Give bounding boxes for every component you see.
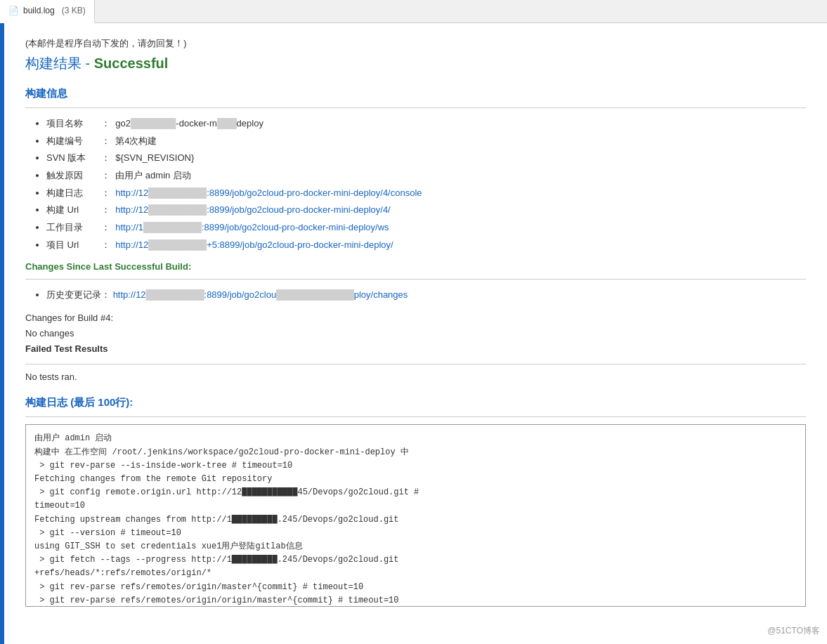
no-tests-text: No tests ran. bbox=[25, 372, 806, 382]
tab-build-log[interactable]: 📄 build.log (3 KB) bbox=[0, 0, 95, 23]
build-result-heading: 构建结果 - Successful bbox=[25, 54, 806, 73]
tab-size: (3 KB) bbox=[62, 6, 86, 15]
label-log-url: 构建日志 bbox=[46, 185, 96, 202]
value-trigger: 由用户 admin 启动 bbox=[115, 170, 191, 180]
value-svn: ${SVN_REVISION} bbox=[115, 152, 194, 163]
link-project-url[interactable]: http://12█████████+5:8899/job/go2cloud-p… bbox=[115, 239, 393, 250]
log-line: 由用户 admin 启动 bbox=[34, 432, 797, 445]
divider-1 bbox=[25, 107, 806, 108]
info-item-build-num: 构建编号 ： 第4次构建 bbox=[46, 133, 806, 150]
no-changes: No changes bbox=[25, 326, 806, 341]
failed-test-results: Failed Test Results bbox=[25, 341, 806, 357]
build-info-list: 项目名称 ： go2███████-docker-m███deploy 构建编号… bbox=[25, 115, 806, 254]
build-info-section: 构建信息 项目名称 ： go2███████-docker-m███deploy… bbox=[25, 87, 806, 254]
changes-history-item: 历史变更记录： http://12█████████:8899/job/go2c… bbox=[46, 287, 806, 304]
label-build-num: 构建编号 bbox=[46, 133, 96, 150]
main-content: (本邮件是程序自动下发的，请勿回复！) 构建结果 - Successful 构建… bbox=[4, 23, 827, 644]
label-build-url: 构建 Url bbox=[46, 202, 96, 219]
info-item-workspace: 工作目录 ： http://1█████████:8899/job/go2clo… bbox=[46, 219, 806, 237]
value-build-num: 第4次构建 bbox=[115, 136, 157, 146]
info-item-project-url: 项目 Url ： http://12█████████+5:8899/job/g… bbox=[46, 237, 806, 254]
info-item-build-url: 构建 Url ： http://12█████████:8899/job/go2… bbox=[46, 202, 806, 219]
log-line: > git rev-parse --is-inside-work-tree # … bbox=[34, 459, 797, 473]
log-terminal[interactable]: 由用户 admin 启动构建中 在工作空间 /root/.jenkins/wor… bbox=[25, 424, 806, 607]
label-workspace: 工作目录 bbox=[46, 219, 96, 237]
changes-for-build: Changes for Build #4: bbox=[25, 310, 806, 326]
log-line: +refs/heads/*:refs/remotes/origin/* bbox=[34, 567, 797, 580]
label-project-url: 项目 Url bbox=[46, 237, 96, 254]
log-line: > git config remote.origin.url http://12… bbox=[34, 486, 797, 499]
build-info-title: 构建信息 bbox=[25, 87, 806, 100]
log-line: > git rev-parse refs/remotes/origin/orig… bbox=[34, 594, 797, 607]
build-result-status: Successful bbox=[94, 55, 169, 71]
divider-3 bbox=[25, 364, 806, 364]
build-log-section: 构建日志 (最后 100行): 由用户 admin 启动构建中 在工作空间 /r… bbox=[25, 396, 806, 607]
info-item-project: 项目名称 ： go2███████-docker-m███deploy bbox=[46, 115, 806, 133]
log-line: using GIT_SSH to set credentials xue1用户登… bbox=[34, 540, 797, 553]
log-line: > git rev-parse refs/remotes/origin/mast… bbox=[34, 581, 797, 594]
notice-text: (本邮件是程序自动下发的，请勿回复！) bbox=[25, 37, 806, 50]
build-result-prefix: 构建结果 - bbox=[25, 55, 94, 71]
label-trigger: 触发原因 bbox=[46, 167, 96, 185]
changes-since-title: Changes Since Last Successful Build: bbox=[25, 261, 806, 272]
value-project: go2███████-docker-m███deploy bbox=[115, 118, 263, 129]
info-item-trigger: 触发原因 ： 由用户 admin 启动 bbox=[46, 167, 806, 185]
log-line: Fetching upstream changes from http://1█… bbox=[34, 513, 797, 527]
history-label: 历史变更记录： bbox=[46, 289, 110, 300]
log-line: 构建中 在工作空间 /root/.jenkins/workspace/go2cl… bbox=[34, 446, 797, 459]
label-project: 项目名称 bbox=[46, 115, 96, 133]
file-icon: 📄 bbox=[8, 6, 19, 15]
info-item-svn: SVN 版本 ： ${SVN_REVISION} bbox=[46, 150, 806, 167]
changes-section: Changes Since Last Successful Build: 历史变… bbox=[25, 261, 806, 357]
label-svn: SVN 版本 bbox=[46, 150, 96, 167]
log-line: > git --version # timeout=10 bbox=[34, 527, 797, 540]
divider-4 bbox=[25, 416, 806, 417]
link-workspace[interactable]: http://1█████████:8899/job/go2cloud-pro-… bbox=[115, 222, 389, 232]
history-link[interactable]: http://12█████████:8899/job/go2clou█████… bbox=[113, 289, 408, 300]
divider-2 bbox=[25, 279, 806, 280]
watermark: @51CTO博客 bbox=[767, 625, 820, 637]
log-line: timeout=10 bbox=[34, 499, 797, 513]
tab-label: build.log bbox=[23, 6, 55, 15]
tab-bar: 📄 build.log (3 KB) bbox=[0, 0, 827, 23]
info-item-log-url: 构建日志 ： http://12█████████:8899/job/go2cl… bbox=[46, 185, 806, 202]
link-log-url[interactable]: http://12█████████:8899/job/go2cloud-pro… bbox=[115, 188, 422, 198]
content-wrapper: (本邮件是程序自动下发的，请勿回复！) 构建结果 - Successful 构建… bbox=[0, 23, 827, 644]
log-line: > git fetch --tags --progress http://1██… bbox=[34, 553, 797, 567]
link-build-url[interactable]: http://12█████████:8899/job/go2cloud-pro… bbox=[115, 204, 390, 215]
changes-text-block: Changes for Build #4: No changes Failed … bbox=[25, 310, 806, 357]
changes-list: 历史变更记录： http://12█████████:8899/job/go2c… bbox=[25, 287, 806, 304]
log-line: Fetching changes from the remote Git rep… bbox=[34, 473, 797, 486]
build-log-title: 构建日志 (最后 100行): bbox=[25, 396, 806, 409]
